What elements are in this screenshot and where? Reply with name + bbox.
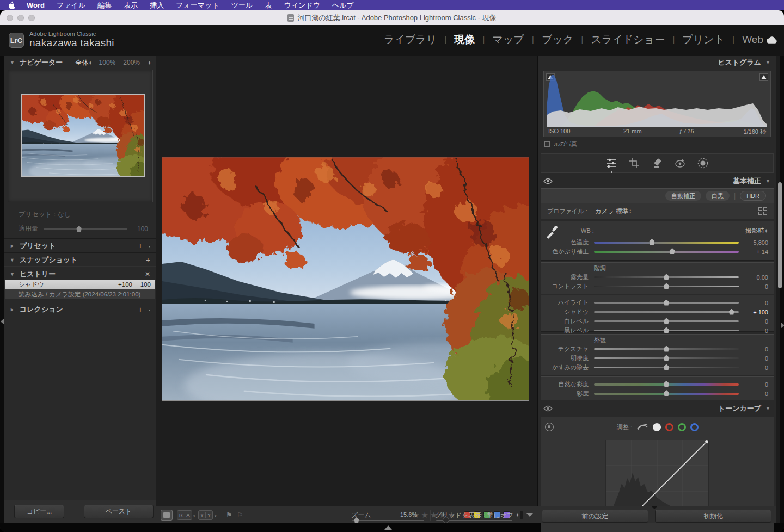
- slider-thumb[interactable]: [669, 248, 675, 254]
- whites-slider[interactable]: [594, 320, 739, 322]
- wb-value[interactable]: 撮影時: [745, 227, 764, 235]
- curve-channel-blue-icon[interactable]: [690, 423, 699, 431]
- grid-opacity-slider[interactable]: [436, 520, 512, 521]
- contrast-slider[interactable]: [594, 286, 739, 287]
- checkbox-icon[interactable]: [544, 141, 550, 147]
- collapse-triangle-icon[interactable]: ▼: [10, 60, 15, 65]
- amount-slider[interactable]: [44, 228, 127, 230]
- temp-slider[interactable]: [594, 242, 739, 244]
- module-web[interactable]: Web: [742, 34, 763, 46]
- close-window-button[interactable]: [7, 15, 13, 21]
- slider-thumb[interactable]: [664, 390, 670, 396]
- menu-item-view[interactable]: 表示: [124, 1, 138, 10]
- cloud-sync-icon[interactable]: [765, 36, 777, 44]
- profile-browser-icon[interactable]: [758, 207, 767, 215]
- slider-thumb[interactable]: [664, 318, 670, 324]
- black-white-button[interactable]: 白黒: [706, 191, 730, 201]
- navigator-fit-option[interactable]: 全体▴▾: [76, 58, 91, 67]
- clear-history-button[interactable]: ✕: [145, 270, 150, 278]
- targeted-adjustment-icon[interactable]: [545, 423, 554, 431]
- basic-panel-header[interactable]: 基本補正 ▼: [538, 175, 776, 187]
- collapse-triangle-icon[interactable]: ▼: [765, 60, 770, 65]
- navigator-preview[interactable]: [8, 70, 153, 202]
- slider-thumb[interactable]: [664, 274, 670, 280]
- healing-tool-icon[interactable]: [651, 157, 664, 170]
- texture-slider[interactable]: [594, 348, 739, 350]
- module-print[interactable]: プリント: [682, 33, 725, 47]
- toolbar-content-menu-icon[interactable]: [526, 513, 533, 517]
- tone-curve-header[interactable]: トーンカーブ ▼: [538, 403, 776, 415]
- histogram-header[interactable]: ヒストグラム ▼: [538, 57, 776, 69]
- create-snapshot-button[interactable]: +: [146, 256, 150, 264]
- slider-thumb[interactable]: [664, 355, 670, 361]
- slider-thumb[interactable]: [649, 239, 655, 245]
- menu-item-insert[interactable]: 挿入: [150, 1, 164, 10]
- zoom-slider[interactable]: [352, 520, 424, 521]
- menu-item-edit[interactable]: 編集: [97, 1, 112, 10]
- before-after-menu-icon[interactable]: ▾: [215, 514, 217, 518]
- menu-item-tools[interactable]: ツール: [231, 1, 253, 10]
- parametric-curve-icon[interactable]: [636, 423, 648, 431]
- navigator-thumbnail[interactable]: [21, 94, 145, 177]
- curve-channel-green-icon[interactable]: [678, 423, 686, 431]
- slider-thumb[interactable]: [664, 381, 670, 387]
- curve-channel-red-icon[interactable]: [665, 423, 673, 431]
- show-filmstrip-arrow[interactable]: [384, 525, 392, 530]
- slider-thumb[interactable]: [664, 364, 670, 370]
- histogram-panel[interactable]: ISO 100 21 mm ƒ / 16 1/160 秒: [543, 71, 771, 137]
- grid-slider-thumb[interactable]: [443, 517, 449, 523]
- slider-thumb[interactable]: [728, 309, 734, 315]
- pick-flag-icon[interactable]: ⚑: [226, 511, 232, 519]
- left-panel-collapse-strip[interactable]: [0, 56, 4, 523]
- slider-thumb[interactable]: [664, 327, 670, 333]
- zoom-window-button[interactable]: [28, 15, 35, 21]
- reject-flag-icon[interactable]: ⚐: [237, 511, 243, 519]
- crop-tool-icon[interactable]: [628, 157, 641, 170]
- curve-channel-all-icon[interactable]: [653, 423, 661, 431]
- create-preset-button[interactable]: +: [138, 242, 143, 250]
- slider-thumb[interactable]: [76, 226, 82, 232]
- traffic-lights[interactable]: [7, 15, 35, 21]
- blacks-slider[interactable]: [594, 330, 739, 331]
- menu-item-help[interactable]: ヘルプ: [332, 1, 354, 10]
- hdr-button[interactable]: HDR: [740, 191, 766, 201]
- paste-settings-button[interactable]: ペースト: [84, 505, 154, 518]
- presets-section-header[interactable]: ► プリセット +▾: [4, 238, 156, 252]
- right-panel-collapse-strip[interactable]: [780, 56, 784, 523]
- shadows-slider[interactable]: [594, 311, 739, 313]
- slider-thumb[interactable]: [664, 300, 670, 306]
- snapshots-section-header[interactable]: ▼ スナップショット +: [4, 252, 156, 267]
- masking-tool-icon[interactable]: [696, 157, 709, 170]
- module-develop[interactable]: 現像: [454, 33, 475, 47]
- tint-slider[interactable]: [594, 251, 739, 253]
- profile-value[interactable]: カメラ 標準: [595, 207, 629, 215]
- minimize-window-button[interactable]: [17, 15, 24, 21]
- panel-switch-eye-icon[interactable]: [543, 405, 553, 412]
- create-collection-button[interactable]: +: [138, 305, 143, 314]
- tone-group-label[interactable]: 階調: [541, 264, 774, 273]
- vibrance-slider[interactable]: [594, 383, 739, 386]
- main-photo[interactable]: [162, 157, 529, 401]
- menu-item-file[interactable]: ファイル: [57, 1, 85, 10]
- history-step-import[interactable]: 読み込み / カメラ設定 (2024/06/23 2:01:00): [5, 289, 155, 299]
- loupe-view-button[interactable]: [161, 510, 173, 521]
- collapse-right-panel-arrow[interactable]: [781, 322, 784, 329]
- red-eye-tool-icon[interactable]: [673, 157, 687, 170]
- slider-thumb[interactable]: [664, 283, 670, 289]
- navigator-zoom-menu-icon[interactable]: ▴▾: [149, 60, 150, 65]
- clarity-slider[interactable]: [594, 357, 739, 359]
- right-panel-scrollbar[interactable]: [778, 182, 782, 288]
- collections-section-header[interactable]: ► コレクション +▾: [4, 302, 156, 316]
- tone-curve-grid[interactable]: [605, 440, 709, 511]
- saturation-slider[interactable]: [594, 393, 739, 395]
- apple-icon[interactable]: [8, 1, 15, 9]
- history-step-shadows[interactable]: シャドウ +100 100: [5, 280, 155, 289]
- exposure-slider[interactable]: [594, 276, 739, 278]
- grid-overlay-menu-icon[interactable]: ▴▾: [517, 512, 518, 517]
- slider-thumb[interactable]: [664, 346, 670, 352]
- edit-sliders-tool-icon[interactable]: [605, 157, 618, 170]
- menu-app-name[interactable]: Word: [27, 1, 45, 9]
- panel-switch-eye-icon[interactable]: [543, 178, 553, 184]
- previous-settings-button[interactable]: 前の設定: [542, 510, 648, 523]
- menu-item-window[interactable]: ウィンドウ: [284, 1, 320, 10]
